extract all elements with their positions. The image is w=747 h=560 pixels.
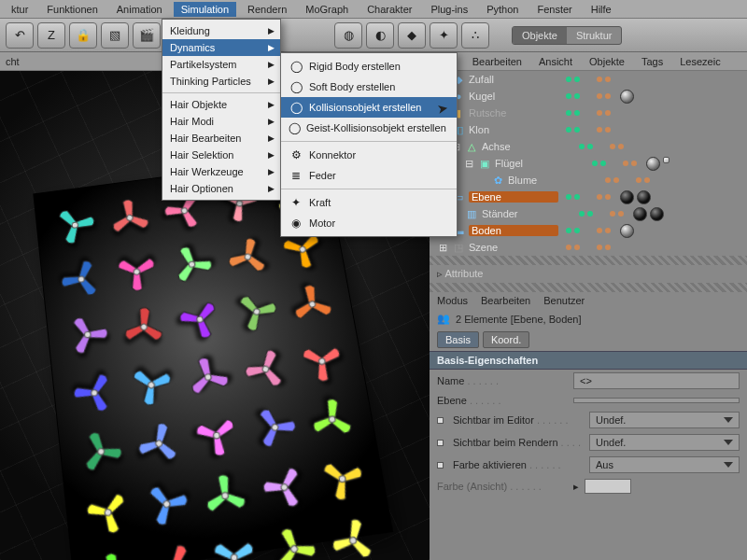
prim-diamond-icon[interactable]: ◆ — [398, 22, 426, 49]
menuitem-motor[interactable]: ◉Motor — [281, 213, 457, 233]
object-manager-menubar[interactable]: ateiBearbeitenAnsichtObjekteTagsLesezeic — [430, 52, 747, 71]
menuitem-hair-selektion[interactable]: Hair Selektion▶ — [162, 147, 280, 163]
menuitem-kleidung[interactable]: Kleidung▶ — [162, 22, 280, 39]
menuitem-thinking-particles[interactable]: Thinking Particles▶ — [162, 73, 280, 90]
prop-value-input[interactable] — [573, 398, 740, 403]
prop-value-input[interactable]: <> — [573, 372, 740, 389]
object-ständer[interactable]: ▥Ständer — [430, 205, 747, 222]
menu-animation[interactable]: Animation — [109, 2, 170, 17]
prim-cluster-icon[interactable]: ∴ — [461, 22, 489, 49]
menuitem-feder[interactable]: ≣Feder — [281, 165, 457, 186]
tool-undo-icon[interactable]: ↶ — [6, 22, 34, 49]
dynamics-submenu[interactable]: ◯Rigid Body erstellen◯Soft Body erstelle… — [280, 52, 458, 237]
object-blume[interactable]: ✿Blume — [430, 172, 747, 189]
object-manager-tree[interactable]: ◆Zufall●Kugel▮Rutsche⊟◧Klon⊟△Achse⊟▣Flüg… — [430, 71, 747, 256]
om-menu-objekte[interactable]: Objekte — [589, 56, 625, 67]
panel-tabs[interactable]: Objekte Struktur — [512, 26, 622, 45]
object-flügel[interactable]: ⊟▣Flügel — [430, 155, 747, 172]
menuitem-hair-bearbeiten[interactable]: Hair Bearbeiten▶ — [162, 130, 280, 147]
menuitem-rigid-body-erstellen[interactable]: ◯Rigid Body erstellen — [281, 56, 457, 77]
object-achse[interactable]: ⊟△Achse — [430, 138, 747, 155]
am-selection-row: 👥 2 Elemente [Ebene, Boden] — [430, 309, 747, 329]
menuitem-partikelsystem[interactable]: Partikelsystem▶ — [162, 56, 280, 73]
prop-label: Sichtbar beim Rendern . . . . . . — [453, 437, 584, 448]
menu-fenster[interactable]: Fenster — [529, 2, 579, 17]
menu-mograph[interactable]: MoGraph — [298, 2, 356, 17]
am-basis-tabs[interactable]: Basis Koord. — [430, 329, 747, 351]
simulation-menu[interactable]: Kleidung▶Dynamics▶Partikelsystem▶Thinkin… — [162, 19, 281, 201]
menu-funktionen[interactable]: Funktionen — [39, 2, 105, 17]
menuitem-hair-modi[interactable]: Hair Modi▶ — [162, 113, 280, 130]
object-klon[interactable]: ⊟◧Klon — [430, 121, 747, 138]
tool-clapboard-icon[interactable]: 🎬 — [133, 22, 161, 49]
am-tab-modus[interactable]: Modus — [437, 295, 468, 306]
tag-icon[interactable] — [620, 90, 634, 104]
expand-icon[interactable]: ⊟ — [465, 158, 474, 170]
am-tab-benutzer[interactable]: Benutzer — [543, 295, 585, 306]
am-selection-text: 2 Elemente [Ebene, Boden] — [456, 314, 582, 325]
main-menubar[interactable]: kturFunktionenAnimationSimulationRendern… — [0, 0, 747, 19]
prop-value-dropdown[interactable]: Undef. — [589, 412, 740, 428]
prop-label: Sichtbar im Editor . . . . . . — [453, 414, 584, 426]
object-szene[interactable]: ⊞◳Szene — [430, 239, 747, 256]
prop-value-dropdown[interactable]: Undef. — [589, 434, 740, 451]
scene-jack — [64, 363, 124, 422]
menu-hilfe[interactable]: Hilfe — [584, 2, 619, 17]
prim-spark-icon[interactable]: ✦ — [430, 22, 458, 49]
om-menu-ansicht[interactable]: Ansicht — [539, 56, 572, 67]
prop-anim-toggle[interactable] — [437, 462, 444, 469]
menu-rendern[interactable]: Rendern — [240, 2, 294, 17]
menu-python[interactable]: Python — [479, 2, 526, 17]
tag-icon[interactable] — [663, 157, 669, 163]
svg-point-27 — [222, 493, 229, 499]
prim-sphere-icon[interactable]: ◐ — [366, 22, 394, 49]
tag-icon[interactable] — [650, 207, 664, 221]
object-ebene[interactable]: ▭Ebene — [430, 189, 747, 205]
tag-icon[interactable] — [637, 190, 651, 204]
tool-lock-icon[interactable]: 🔒 — [69, 22, 97, 49]
prop-anim-toggle[interactable] — [437, 417, 444, 424]
menuitem-hair-werkzeuge[interactable]: Hair Werkzeuge▶ — [162, 163, 280, 180]
menuitem-geist-kollisionsobjekt-erstellen[interactable]: ◯Geist-Kollisionsobjekt erstellen — [281, 118, 457, 138]
tag-icon[interactable] — [633, 207, 647, 221]
scene-jack — [121, 406, 197, 482]
am-mode-tabs[interactable]: ModusBearbeitenBenutzer — [430, 292, 747, 309]
object-zufall[interactable]: ◆Zufall — [430, 71, 747, 88]
om-menu-lesezeic[interactable]: Lesezeic — [680, 56, 720, 67]
tool-browser-icon[interactable]: ▧ — [101, 22, 129, 49]
menuitem-hair-objekte[interactable]: Hair Objekte▶ — [162, 96, 280, 113]
am-tab-bearbeiten[interactable]: Bearbeiten — [481, 295, 530, 306]
tab-structure[interactable]: Struktur — [567, 27, 622, 44]
menuitem-kollisionsobjekt-erstellen[interactable]: ◯Kollisionsobjekt erstellen — [281, 97, 457, 118]
menuitem-hair-optionen[interactable]: Hair Optionen▶ — [162, 180, 280, 197]
object-boden[interactable]: ▬Boden — [430, 222, 747, 239]
prim-cube-icon[interactable]: ◍ — [334, 22, 362, 49]
menu-charakter[interactable]: Charakter — [359, 2, 419, 17]
main-toolbar: ↶ Z 🔒 ▧ 🎬 ▣ ≡ ◍ ◐ ◆ ✦ ∴ Objekte Struktur — [0, 19, 747, 52]
prop-value-dropdown[interactable]: Aus — [589, 456, 740, 473]
tab-objects[interactable]: Objekte — [513, 27, 567, 44]
menuitem-konnektor[interactable]: ⚙Konnektor — [281, 145, 457, 165]
menuitem-soft-body-erstellen[interactable]: ◯Soft Body erstellen — [281, 77, 457, 97]
tab-koord[interactable]: Koord. — [483, 331, 529, 348]
menuitem-kraft[interactable]: ✦Kraft — [281, 192, 457, 213]
prop-color-swatch[interactable] — [585, 479, 631, 494]
menu-ktur[interactable]: ktur — [4, 2, 35, 17]
om-menu-bearbeiten[interactable]: Bearbeiten — [472, 56, 522, 67]
menu-plug-ins[interactable]: Plug-ins — [423, 2, 475, 17]
tag-icon[interactable] — [646, 157, 660, 171]
menu-simulation[interactable]: Simulation — [174, 2, 236, 17]
svg-point-5 — [78, 276, 85, 283]
tab-basis[interactable]: Basis — [437, 331, 479, 348]
om-menu-tags[interactable]: Tags — [641, 56, 663, 67]
menuitem-dynamics[interactable]: Dynamics▶ — [162, 39, 280, 56]
object-rutsche[interactable]: ▮Rutsche — [430, 105, 747, 121]
scene-jack — [56, 253, 107, 305]
prop-anim-toggle[interactable] — [437, 440, 444, 446]
tag-icon[interactable] — [620, 224, 634, 238]
tag-icon[interactable] — [620, 190, 634, 204]
expand-icon[interactable]: ⊞ — [439, 242, 448, 254]
tool-axis-z-icon[interactable]: Z — [37, 22, 65, 49]
object-kugel[interactable]: ●Kugel — [430, 88, 747, 105]
color-expand-icon[interactable]: ▸ — [573, 481, 579, 493]
